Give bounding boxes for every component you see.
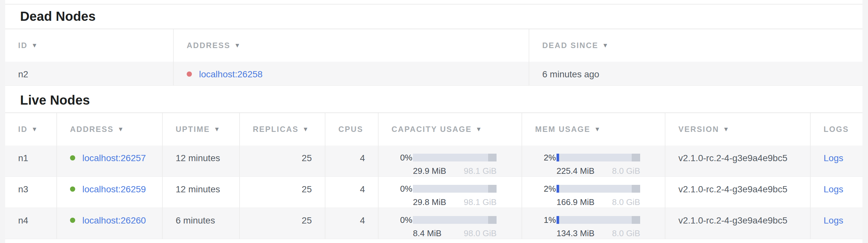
dead-nodes-header-row: ID ▼ ADDRESS ▼ DEAD SINCE ▼ bbox=[5, 29, 863, 62]
table-row: n4 localhost:26260 6 minutes 25 4 0% 8.4… bbox=[5, 208, 863, 239]
capacity-total-value: 98.0 GiB bbox=[464, 228, 497, 238]
node-live-status-icon bbox=[70, 218, 75, 223]
replicas-cell: 25 bbox=[239, 208, 325, 239]
column-header-replicas[interactable]: REPLICAS ▼ bbox=[239, 113, 325, 145]
capacity-used-value: 8.4 MiB bbox=[413, 228, 441, 238]
table-row: n2 localhost:26258 6 minutes ago bbox=[5, 62, 863, 86]
logs-cell: Logs bbox=[810, 208, 863, 239]
version-cell: v2.1.0-rc.2-4-g3e9a4e9bc5 bbox=[665, 145, 810, 177]
column-header-label: CPUS bbox=[338, 125, 363, 134]
top-divider bbox=[5, 4, 863, 4]
column-header-mem-usage[interactable]: MEM USAGE ▼ bbox=[522, 113, 665, 145]
live-nodes-header-row: ID ▼ ADDRESS ▼ UPTIME ▼ REPLICAS ▼ CPUS … bbox=[5, 112, 863, 145]
column-header-label: MEM USAGE bbox=[535, 125, 591, 134]
mem-total-value: 8.0 GiB bbox=[612, 166, 640, 176]
uptime-cell: 12 minutes bbox=[162, 177, 239, 208]
live-nodes-title: Live Nodes bbox=[5, 91, 863, 109]
column-header-id[interactable]: ID ▼ bbox=[5, 29, 173, 62]
mem-used-value: 134.3 MiB bbox=[557, 228, 594, 238]
node-address-link[interactable]: localhost:26257 bbox=[82, 153, 146, 163]
column-header-label: ID bbox=[18, 125, 28, 134]
column-header-label: VERSION bbox=[678, 125, 719, 134]
bar-end-segment bbox=[488, 154, 497, 161]
column-header-dead-since[interactable]: DEAD SINCE ▼ bbox=[529, 29, 863, 62]
mem-usage-bar bbox=[557, 154, 640, 161]
bar-end-segment bbox=[488, 216, 497, 224]
column-header-address[interactable]: ADDRESS ▼ bbox=[56, 113, 162, 145]
cpus-cell: 4 bbox=[325, 208, 378, 239]
bar-end-segment bbox=[488, 185, 497, 193]
capacity-total-value: 98.1 GiB bbox=[464, 166, 497, 176]
sort-desc-icon: ▼ bbox=[31, 126, 38, 133]
cpus-cell: 4 bbox=[325, 145, 378, 177]
capacity-usage-bar bbox=[413, 154, 497, 161]
bar-end-segment bbox=[632, 154, 640, 161]
node-address-link[interactable]: localhost:26260 bbox=[82, 215, 146, 225]
mem-percent: 2% bbox=[541, 152, 556, 163]
mem-percent: 1% bbox=[541, 214, 556, 225]
dead-nodes-title: Dead Nodes bbox=[5, 7, 863, 25]
sort-desc-icon: ▼ bbox=[118, 126, 124, 133]
column-header-label: ADDRESS bbox=[70, 125, 114, 134]
mem-percent: 2% bbox=[541, 183, 556, 194]
column-header-label: LOGS bbox=[824, 125, 849, 134]
logs-link[interactable]: Logs bbox=[824, 184, 843, 194]
column-header-cpus: CPUS bbox=[325, 113, 378, 145]
capacity-usage-cell: 0% 29.9 MiB 98.1 GiB bbox=[378, 145, 522, 177]
mem-total-value: 8.0 GiB bbox=[612, 228, 640, 238]
mem-total-value: 8.0 GiB bbox=[612, 197, 640, 207]
node-address-link[interactable]: localhost:26259 bbox=[82, 184, 146, 194]
node-id-cell: n3 bbox=[5, 177, 56, 208]
cpus-cell: 4 bbox=[325, 177, 378, 208]
capacity-usage-bar bbox=[413, 216, 497, 224]
column-header-id[interactable]: ID ▼ bbox=[5, 113, 56, 145]
sort-desc-icon: ▼ bbox=[214, 126, 220, 133]
node-address-cell: localhost:26259 bbox=[56, 177, 162, 208]
mem-used-value: 225.4 MiB bbox=[557, 166, 594, 176]
logs-link[interactable]: Logs bbox=[824, 153, 843, 163]
replicas-cell: 25 bbox=[239, 177, 325, 208]
column-header-label: REPLICAS bbox=[253, 125, 299, 134]
column-header-label: UPTIME bbox=[176, 125, 210, 134]
node-list-panel: Dead Nodes ID ▼ ADDRESS ▼ DEAD SINCE ▼ n… bbox=[5, 0, 863, 243]
sort-desc-icon: ▼ bbox=[31, 42, 38, 49]
node-live-status-icon bbox=[70, 155, 75, 161]
mem-usage-bar bbox=[557, 185, 640, 193]
sort-desc-icon: ▼ bbox=[602, 42, 609, 49]
column-header-label: CAPACITY USAGE bbox=[392, 125, 472, 134]
capacity-percent: 0% bbox=[398, 152, 412, 163]
capacity-used-value: 29.8 MiB bbox=[413, 197, 446, 207]
sort-desc-icon: ▼ bbox=[475, 126, 482, 133]
column-header-label: ADDRESS bbox=[187, 41, 230, 50]
replicas-cell: 25 bbox=[239, 145, 325, 177]
capacity-usage-bar bbox=[413, 185, 497, 193]
logs-link[interactable]: Logs bbox=[824, 215, 843, 225]
mem-usage-cell: 2% 225.4 MiB 8.0 GiB bbox=[522, 145, 665, 177]
column-header-version[interactable]: VERSION ▼ bbox=[665, 113, 810, 145]
node-address-cell: localhost:26258 bbox=[173, 62, 529, 85]
node-address-link[interactable]: localhost:26258 bbox=[199, 69, 262, 79]
column-header-address[interactable]: ADDRESS ▼ bbox=[173, 29, 529, 62]
node-id-cell: n1 bbox=[5, 145, 56, 177]
uptime-cell: 6 minutes bbox=[162, 208, 239, 239]
dead-since-cell: 6 minutes ago bbox=[529, 62, 863, 85]
column-header-uptime[interactable]: UPTIME ▼ bbox=[162, 113, 239, 145]
node-id-cell: n2 bbox=[5, 62, 173, 85]
bar-end-segment bbox=[632, 216, 640, 224]
mem-usage-cell: 1% 134.3 MiB 8.0 GiB bbox=[522, 208, 665, 239]
sort-desc-icon: ▼ bbox=[234, 42, 241, 49]
table-row: n1 localhost:26257 12 minutes 25 4 0% 29… bbox=[5, 145, 863, 177]
sort-desc-icon: ▼ bbox=[594, 126, 600, 133]
column-header-label: DEAD SINCE bbox=[542, 41, 598, 50]
mem-usage-bar bbox=[557, 216, 640, 224]
node-live-status-icon bbox=[70, 187, 75, 192]
column-header-logs: LOGS bbox=[810, 113, 863, 145]
capacity-total-value: 98.1 GiB bbox=[464, 197, 497, 207]
logs-cell: Logs bbox=[810, 145, 863, 177]
uptime-cell: 12 minutes bbox=[162, 145, 239, 177]
mem-usage-cell: 2% 166.9 MiB 8.0 GiB bbox=[522, 177, 665, 208]
column-header-capacity-usage[interactable]: CAPACITY USAGE ▼ bbox=[378, 113, 522, 145]
capacity-usage-cell: 0% 29.8 MiB 98.1 GiB bbox=[378, 177, 522, 208]
column-header-label: ID bbox=[18, 41, 28, 50]
mem-used-value: 166.9 MiB bbox=[557, 197, 594, 207]
